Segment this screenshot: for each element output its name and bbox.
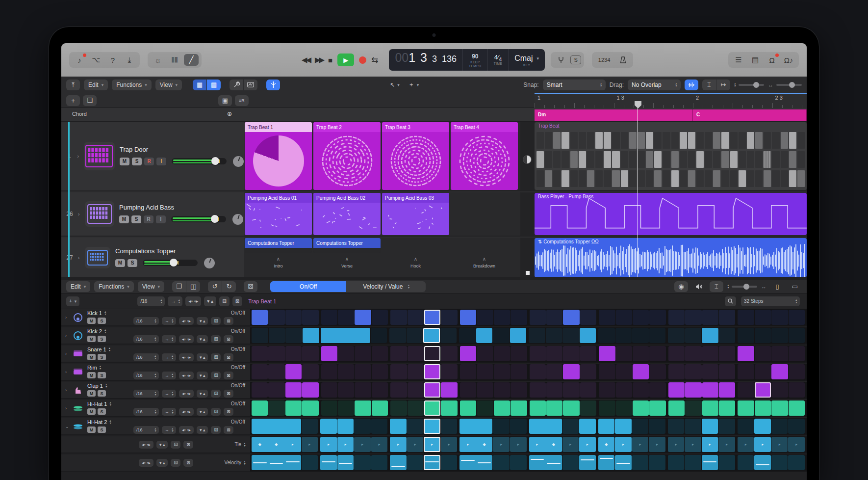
step-cell[interactable]	[615, 419, 632, 434]
tab-velocity-value[interactable]: Velocity / Value▴▾	[346, 281, 426, 292]
step-cell[interactable]	[719, 400, 735, 416]
step-cell[interactable]	[372, 382, 388, 398]
row-transpose-icons[interactable]: ▾ ▴	[197, 317, 208, 325]
step-cell[interactable]: ▸	[390, 437, 407, 452]
step-cell[interactable]	[285, 328, 302, 343]
loop-cell[interactable]: Pumping Acid Bass 02	[313, 193, 381, 235]
step-cell[interactable]	[321, 400, 337, 416]
step-cell[interactable]	[321, 346, 337, 361]
row-clear-icon[interactable]: ⊠	[224, 426, 233, 434]
step-cell[interactable]	[284, 455, 301, 470]
step-cell[interactable]	[738, 328, 754, 343]
step-cell[interactable]: ▸	[302, 437, 318, 452]
step-cell[interactable]	[477, 364, 493, 379]
row-solo-button[interactable]: S	[98, 372, 106, 378]
step-cell[interactable]	[268, 400, 284, 416]
brightness-icon[interactable]: ☼	[151, 54, 165, 66]
step-cell[interactable]	[789, 328, 805, 343]
step-cell[interactable]	[389, 328, 406, 343]
step-cell[interactable]	[771, 328, 788, 343]
step-cell[interactable]	[562, 419, 579, 434]
mute-button[interactable]: M	[120, 158, 129, 165]
row-header[interactable]: ›Rim▴▾On/OffMS/16▴▾→▴▾◂▫ ▫▸▾ ▴⚄⊠	[61, 364, 250, 381]
step-cell[interactable]	[302, 455, 318, 470]
step-cell[interactable]	[530, 382, 546, 398]
step-cell[interactable]	[718, 455, 735, 470]
horizontal-zoom-slider[interactable]: ↔	[768, 82, 802, 88]
randomize-icon[interactable]: ⚄	[219, 296, 230, 306]
editor-autozoom-icon[interactable]: ⌶	[710, 281, 723, 292]
list-editors-icon[interactable]: ☰	[731, 54, 746, 66]
step-cell[interactable]	[460, 382, 476, 398]
editor-hzoom-icon[interactable]: ↔	[761, 284, 766, 290]
step-cell[interactable]: ▸	[685, 437, 701, 452]
region[interactable]: Bass Player - Pump Bass	[535, 193, 807, 235]
step-cell[interactable]	[616, 346, 632, 361]
row-random-icon[interactable]: ⚄	[211, 408, 221, 416]
step-cell[interactable]	[440, 328, 457, 343]
chord-add-icon[interactable]: ⊕	[227, 110, 232, 121]
menu-view[interactable]: View▾	[155, 80, 182, 90]
step-cell[interactable]	[252, 346, 268, 361]
step-cell[interactable]	[408, 310, 424, 325]
step-cell[interactable]	[738, 419, 754, 434]
step-cell[interactable]	[563, 400, 579, 416]
tracks-view-icon[interactable]: ▤	[207, 80, 221, 90]
row-disclosure-icon[interactable]: ⌄	[65, 424, 72, 429]
subrow-clear-icon[interactable]: ⊠	[183, 459, 193, 467]
step-cell[interactable]	[408, 346, 424, 361]
loop-cell[interactable]: Trap Beat 3	[382, 122, 449, 190]
step-cell[interactable]	[702, 400, 718, 416]
row-clear-icon[interactable]: ⊠	[224, 353, 233, 361]
step-cell[interactable]	[269, 328, 285, 343]
step-cell[interactable]	[371, 328, 387, 343]
step-cell[interactable]	[719, 364, 735, 379]
step-cell[interactable]	[685, 455, 701, 470]
step-cell[interactable]: ▸	[579, 437, 596, 452]
step-cell[interactable]	[668, 382, 685, 398]
vertical-autozoom-icon[interactable]: ⌶	[702, 80, 716, 90]
step-cell[interactable]: ▸	[354, 437, 371, 452]
step-cell[interactable]	[545, 419, 562, 434]
step-cell[interactable]	[252, 419, 268, 434]
step-cell[interactable]	[407, 455, 424, 470]
step-cell[interactable]	[268, 310, 284, 325]
waveform-zoom-icon[interactable]	[685, 80, 698, 90]
region[interactable]: Trap Beat	[535, 122, 807, 190]
mute-button[interactable]: M	[119, 215, 129, 223]
step-cell[interactable]	[302, 419, 318, 434]
step-cell[interactable]	[355, 346, 371, 361]
step-cell[interactable]	[355, 400, 371, 416]
solo-mode-icon[interactable]: S	[570, 55, 581, 64]
subrow-clear-icon[interactable]: ⊠	[183, 441, 193, 449]
step-cell[interactable]	[338, 310, 354, 325]
row-name-spinner[interactable]: ▴▾	[105, 383, 107, 388]
subrow-random-icon[interactable]: ⚄	[171, 459, 180, 467]
row-rate-dropdown[interactable]: /16▴▾	[133, 317, 159, 325]
copy-pattern-icon[interactable]: ❐	[172, 281, 186, 292]
media-browser-icon[interactable]: ♪	[72, 54, 87, 66]
step-cell[interactable]	[390, 400, 407, 416]
stop-all-cells-button[interactable]	[520, 271, 535, 275]
row-solo-button[interactable]: S	[98, 390, 106, 397]
bar-ruler[interactable]: 11 322 3	[535, 93, 807, 108]
mute-button[interactable]: M	[115, 259, 125, 267]
step-cell[interactable]	[303, 328, 319, 343]
step-cell[interactable]	[284, 419, 301, 434]
step-cell[interactable]	[668, 346, 685, 361]
metronome-icon[interactable]	[615, 54, 630, 66]
step-cell-playhead[interactable]: ▸	[424, 437, 440, 452]
step-cell[interactable]: ▸	[510, 437, 527, 452]
step-cell[interactable]	[511, 346, 527, 361]
step-cell[interactable]	[616, 310, 632, 325]
loop-cell[interactable]: Pumping Acid Bass 03	[382, 193, 449, 235]
step-cell[interactable]: ▸	[718, 437, 735, 452]
step-cell[interactable]: ◆	[545, 437, 562, 452]
step-cell[interactable]	[546, 328, 562, 343]
step-cell[interactable]	[702, 346, 718, 361]
track-header[interactable]: 27›Computations TopperMS	[61, 238, 244, 278]
row-rate-dropdown[interactable]: /16▴▾	[133, 353, 159, 361]
step-cell[interactable]	[633, 400, 649, 416]
row-transpose-icons[interactable]: ▾ ▴	[197, 390, 208, 398]
grid-arrange-divider[interactable]	[520, 238, 535, 278]
